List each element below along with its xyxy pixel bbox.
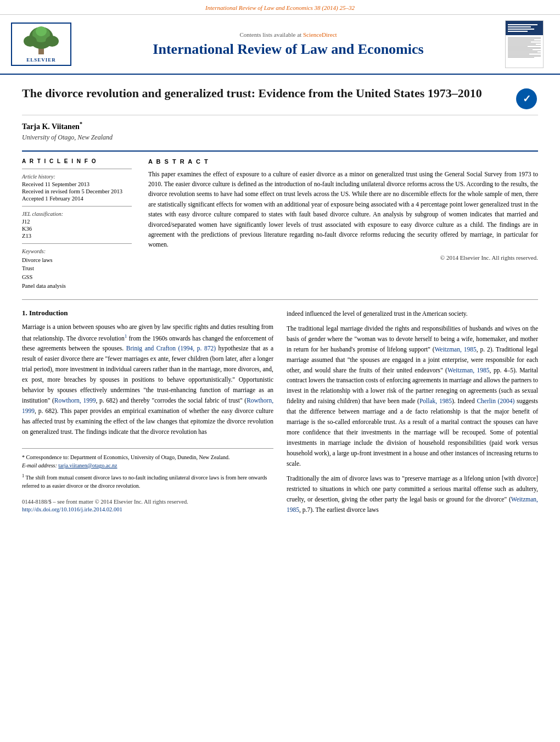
right-para-3: Traditionally the aim of divorce laws wa… (287, 473, 538, 515)
doi-link[interactable]: http://dx.doi.org/10.1016/j.irle.2014.02… (22, 506, 273, 512)
elsevier-logo: ELSEVIER (11, 23, 71, 66)
elsevier-tree-icon (19, 26, 63, 56)
elsevier-brand-label: ELSEVIER (26, 57, 56, 63)
contents-link: Contents lists available at ScienceDirec… (77, 31, 500, 38)
abstract-text: This paper examines the effect of exposu… (148, 169, 538, 250)
left-column: 1. Introduction Marriage is a union betw… (22, 309, 273, 520)
two-column-body: 1. Introduction Marriage is a union betw… (22, 309, 538, 520)
rowthorn-1999-link-1[interactable]: Rowthorn, 1999 (54, 397, 96, 404)
copyright-notice: © 2014 Elsevier Inc. All rights reserved… (148, 254, 538, 261)
footnotes-section: * Correspondence to: Department of Econo… (22, 448, 273, 490)
section-1-heading: 1. Introduction (22, 309, 273, 317)
brinig-crafton-link[interactable]: Brinig and Crafton (1994, p. 872) (126, 345, 216, 352)
journal-thumbnail (505, 20, 544, 68)
journal-title-center: Contents lists available at ScienceDirec… (77, 31, 500, 58)
right-column: indeed influenced the level of generaliz… (287, 309, 538, 520)
weitzman-1985-link-3[interactable]: Weitzman, 1985 (287, 496, 538, 513)
received-date: Received 11 September 2013 (22, 181, 132, 187)
article-body: A R T I C L E I N F O Article history: R… (22, 150, 538, 291)
author-affiliation: University of Otago, New Zealand (22, 133, 538, 142)
crossmark-icon: ✓ (516, 88, 537, 109)
svg-text:✓: ✓ (523, 93, 531, 104)
bottom-bar: 0144-8188/$ – see front matter © 2014 El… (22, 493, 273, 512)
keywords: Divorce lawsTrustGSSPanel data analysis (22, 256, 132, 291)
right-para-2: The traditional legal marriage divided t… (287, 323, 538, 470)
keywords-label: Keywords: (22, 248, 132, 254)
journal-header: ELSEVIER Contents lists available at Sci… (0, 15, 560, 75)
journal-issue-info: International Review of Law and Economic… (205, 4, 355, 11)
jel-code-3: Z13 (22, 233, 132, 239)
doi-anchor[interactable]: http://dx.doi.org/10.1016/j.irle.2014.02… (22, 506, 122, 512)
article-title-section: The divorce revolution and generalized t… (22, 86, 538, 115)
journal-main-title: International Review of Law and Economic… (77, 41, 500, 58)
page-wrapper: International Review of Law and Economic… (0, 0, 560, 742)
received-revised-date: Received in revised form 5 December 2013 (22, 188, 132, 194)
section-divider (22, 299, 538, 300)
article-info: A R T I C L E I N F O Article history: R… (22, 158, 132, 291)
article-title: The divorce revolution and generalized t… (22, 86, 516, 102)
main-content: The divorce revolution and generalized t… (0, 75, 560, 531)
footnote-1: 1 The shift from mutual consent divorce … (22, 473, 273, 490)
history-label: Article history: (22, 174, 132, 180)
author-name: Tarja K. Viitanen* (22, 121, 538, 131)
svg-point-4 (24, 36, 37, 47)
weitzman-1985-link-1[interactable]: Weitzman, 1985 (435, 346, 477, 353)
svg-point-5 (46, 36, 59, 47)
right-para-1: indeed influenced the level of generaliz… (287, 309, 538, 319)
article-abstract: A B S T R A C T This paper examines the … (148, 158, 538, 291)
jel-code-2: K36 (22, 226, 132, 232)
crossmark-badge[interactable]: ✓ (516, 88, 538, 110)
email-link[interactable]: tarja.viitanen@otago.ac.nz (58, 462, 117, 468)
weitzman-1985-link-2[interactable]: Weitzman, 1985 (447, 367, 490, 373)
svg-point-3 (36, 26, 47, 36)
jel-code-1: J12 (22, 219, 132, 225)
article-info-title: A R T I C L E I N F O (22, 158, 132, 164)
jel-label: JEL classification: (22, 211, 132, 217)
footnote-star: * Correspondence to: Department of Econo… (22, 453, 273, 470)
sciencedirect-link[interactable]: ScienceDirect (303, 31, 337, 38)
pollak-1985-link[interactable]: Pollak, 1985 (419, 398, 452, 404)
top-bar: International Review of Law and Economic… (0, 0, 560, 15)
cherlin-2004-link[interactable]: Cherlin (2004) (477, 398, 514, 404)
accepted-date: Accepted 1 February 2014 (22, 196, 132, 202)
issn-info: 0144-8188/$ – see front matter © 2014 El… (22, 499, 273, 505)
author-footnote-marker: * (80, 121, 82, 127)
intro-paragraph-1: Marriage is a union between spouses who … (22, 322, 273, 437)
abstract-title: A B S T R A C T (148, 158, 538, 165)
